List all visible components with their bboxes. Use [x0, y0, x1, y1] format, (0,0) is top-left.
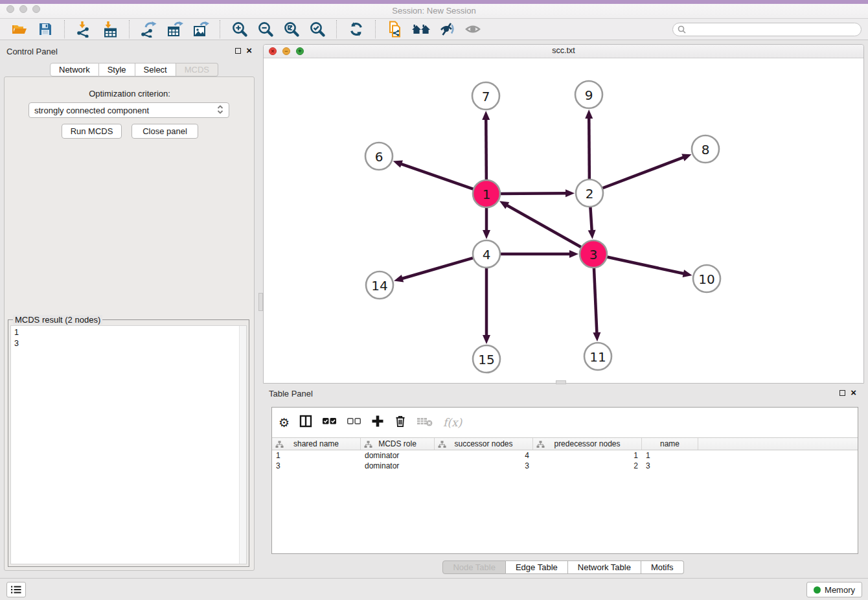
network-window-titlebar[interactable]: × − + scc.txt [264, 45, 863, 58]
edge-3-11[interactable] [594, 266, 597, 334]
import-network-icon[interactable] [74, 19, 95, 39]
search-input[interactable] [686, 24, 856, 34]
edge-1-2[interactable] [499, 193, 567, 194]
edge-4-14[interactable] [402, 257, 475, 279]
tab-network[interactable]: Network [50, 63, 99, 76]
toolbar-separator [375, 20, 376, 38]
column-header-successor-nodes[interactable]: successor nodes [435, 438, 533, 450]
node-label-6: 6 [375, 149, 383, 165]
delete-icon[interactable] [394, 415, 407, 430]
column-header-name[interactable]: name [642, 438, 698, 450]
network-maximize-icon[interactable]: + [296, 47, 304, 55]
network-minimize-icon[interactable]: − [282, 47, 290, 55]
node-label-11: 11 [589, 349, 606, 365]
nested-networks-icon[interactable] [411, 19, 431, 39]
open-session-icon[interactable] [9, 19, 30, 39]
traffic-lights[interactable] [6, 5, 40, 13]
cell-MCDS-role: dominator [361, 451, 435, 460]
vertical-splitter-handle[interactable] [258, 293, 263, 311]
arrowhead-1-2 [565, 189, 575, 197]
node-label-4: 4 [483, 247, 491, 262]
export-table-icon[interactable] [165, 19, 185, 39]
network-view-window: × − + scc.txt 1234678910111415 [263, 44, 864, 384]
node-label-14: 14 [371, 278, 387, 294]
node-label-10: 10 [698, 271, 714, 287]
delete-table-icon[interactable] [417, 415, 433, 430]
float-panel-icon[interactable] [235, 48, 241, 54]
hide-graphics-icon[interactable] [437, 19, 457, 39]
edge-2-3[interactable] [590, 205, 592, 231]
gear-icon[interactable]: ⚙ [279, 417, 290, 429]
control-panel-title: Control Panel [6, 47, 58, 56]
edge-2-8[interactable] [601, 157, 685, 189]
mcds-result-box[interactable]: 13 [10, 325, 247, 564]
function-builder-icon[interactable]: f(x) [443, 416, 462, 429]
show-graphics-icon[interactable] [463, 19, 483, 39]
zoom-in-icon[interactable] [229, 19, 250, 39]
table-rows: 1dominator4113dominator323 [272, 450, 858, 471]
search-icon [678, 25, 686, 34]
table-header: shared nameMCDS rolesuccessor nodesprede… [272, 437, 858, 450]
zoom-selected-icon[interactable] [307, 19, 328, 39]
toolbar-separator [129, 20, 130, 38]
arrowhead-1-7 [482, 111, 490, 120]
column-header-shared-name[interactable]: shared name [272, 438, 361, 450]
tab-motifs[interactable]: Motifs [641, 560, 684, 574]
edge-1-7[interactable] [486, 119, 486, 181]
import-table-icon[interactable] [100, 19, 120, 39]
node-label-3: 3 [589, 247, 598, 262]
close-window-icon[interactable] [6, 5, 14, 13]
zoom-fit-icon[interactable] [281, 19, 302, 39]
column-header-MCDS-role[interactable]: MCDS role [361, 438, 435, 450]
network-close-icon[interactable]: × [269, 47, 277, 55]
toolbar-separator [336, 20, 337, 38]
tab-style[interactable]: Style [99, 63, 135, 76]
search-box[interactable] [672, 23, 862, 36]
tab-select[interactable]: Select [135, 63, 176, 76]
tab-mcds[interactable]: MCDS [176, 63, 218, 76]
column-header-predecessor-nodes[interactable]: predecessor nodes [533, 438, 642, 450]
export-image-icon[interactable] [190, 19, 211, 39]
mcds-result-line: 3 [14, 338, 243, 349]
columns-icon[interactable] [299, 415, 312, 430]
edge-3-1[interactable] [506, 205, 582, 248]
minimize-window-icon[interactable] [19, 5, 27, 13]
edge-1-6[interactable] [400, 164, 475, 190]
close-panel-icon[interactable]: × [246, 47, 252, 54]
node-label-8: 8 [702, 142, 710, 157]
cell-MCDS-role: dominator [361, 461, 435, 470]
network-canvas[interactable]: 1234678910111415 [264, 58, 863, 384]
memory-button[interactable]: Memory [806, 582, 862, 597]
add-icon[interactable] [371, 415, 384, 430]
deselect-all-icon[interactable] [347, 415, 361, 430]
result-scrollbar[interactable] [239, 326, 246, 564]
task-history-button[interactable] [6, 582, 26, 597]
select-all-icon[interactable] [322, 415, 337, 430]
edge-3-10[interactable] [606, 257, 685, 274]
cell-successor-nodes: 3 [435, 461, 533, 470]
table-row[interactable]: 3dominator323 [272, 461, 858, 471]
network-window-title: scc.txt [264, 45, 863, 57]
horizontal-splitter-handle[interactable] [556, 380, 566, 384]
refresh-layout-icon[interactable] [346, 19, 367, 39]
close-panel-button[interactable]: Close panel [131, 124, 198, 139]
mcds-result-title: MCDS result (2 nodes) [13, 315, 102, 325]
save-session-icon[interactable] [35, 19, 56, 39]
edge-2-9[interactable] [589, 117, 589, 181]
mcds-result-line: 1 [14, 327, 243, 338]
float-table-panel-icon[interactable] [839, 390, 845, 396]
clone-network-icon[interactable] [385, 19, 405, 39]
tab-edge-table[interactable]: Edge Table [506, 560, 568, 574]
criterion-select[interactable]: strongly connected component [29, 102, 229, 118]
close-table-panel-icon[interactable]: × [851, 389, 856, 396]
run-mcds-button[interactable]: Run MCDS [62, 124, 122, 139]
export-network-icon[interactable] [139, 19, 159, 39]
table-row[interactable]: 1dominator411 [272, 450, 858, 461]
zoom-out-icon[interactable] [255, 19, 276, 39]
table-panel-title: Table Panel [269, 389, 313, 398]
tab-network-table[interactable]: Network Table [568, 560, 641, 574]
main-toolbar [0, 19, 868, 40]
tab-node-table[interactable]: Node Table [442, 560, 506, 574]
node-table-body: ⚙ f(x) shared nameMCDS rolesuccessor nod… [271, 407, 858, 554]
zoom-window-icon[interactable] [32, 5, 40, 13]
